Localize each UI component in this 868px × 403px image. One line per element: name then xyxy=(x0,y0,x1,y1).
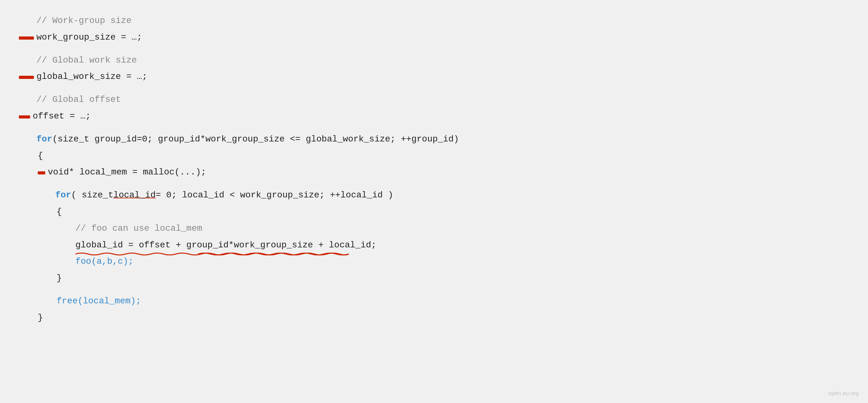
comment-line-3: // Global offset xyxy=(19,91,849,108)
comment-line-2: // Global work size xyxy=(19,52,849,69)
line-work-group-size: work_group_size = …; xyxy=(19,29,849,46)
brace-close-2: } xyxy=(19,270,849,287)
for-params-1: (size_t group_id=0; group_id*work_group_… xyxy=(52,132,459,147)
line-offset: offset = …; xyxy=(19,108,849,125)
for-local-id-underline: local_id xyxy=(114,188,156,203)
keyword-for-2: for xyxy=(55,188,71,203)
brace-1: { xyxy=(38,149,43,163)
code-block: // Work-group size work_group_size = …; … xyxy=(19,12,849,326)
brace-open-2: { xyxy=(19,204,849,220)
red-mark-4 xyxy=(38,171,45,175)
for-params-2a: ( size_t xyxy=(71,188,113,203)
red-mark-3 xyxy=(19,115,30,119)
for-loop-inner: for ( size_t local_id = 0; local_id < wo… xyxy=(19,187,849,204)
brace-close-outer: } xyxy=(38,311,43,325)
line-local-mem: void* local_mem = malloc(...); xyxy=(19,164,849,181)
comment-4: // foo can use local_mem xyxy=(75,222,202,236)
brace-open-1: { xyxy=(19,148,849,164)
comment-line-1: // Work-group size xyxy=(19,12,849,29)
for-loop-outer: for (size_t group_id=0; group_id*work_gr… xyxy=(19,131,849,148)
comment-3: // Global offset xyxy=(19,93,121,107)
comment-2: // Global work size xyxy=(19,54,137,68)
code-global-id: global_id = offset + group_id*work_group… xyxy=(75,238,376,252)
keyword-for-1: for xyxy=(19,132,52,147)
code-local-mem: void* local_mem = malloc(...); xyxy=(48,165,206,180)
watermark: open.eu.org xyxy=(828,390,859,397)
code-free: free(local_mem); xyxy=(57,294,141,308)
code-offset: offset = …; xyxy=(33,110,91,124)
line-foo: foo(a,b,c); xyxy=(19,253,849,270)
brace-close-inner: } xyxy=(57,271,62,285)
red-mark-2 xyxy=(19,76,34,79)
code-foo: foo(a,b,c); xyxy=(75,255,133,269)
line-global-id: global_id = offset + group_id*work_group… xyxy=(19,237,849,254)
comment-1: // Work-group size xyxy=(19,14,131,28)
brace-close-1: } xyxy=(19,310,849,326)
code-work-group-size: work_group_size = …; xyxy=(36,30,142,44)
brace-2: { xyxy=(57,205,62,219)
comment-line-4: // foo can use local_mem xyxy=(19,220,849,237)
line-free: free(local_mem); xyxy=(19,293,849,310)
red-mark-1 xyxy=(19,36,34,40)
line-global-work-size: global_work_size = …; xyxy=(19,68,849,85)
code-global-work-size: global_work_size = …; xyxy=(36,70,147,84)
for-params-2b: = 0; local_id < work_group_size; ++local… xyxy=(156,188,393,203)
